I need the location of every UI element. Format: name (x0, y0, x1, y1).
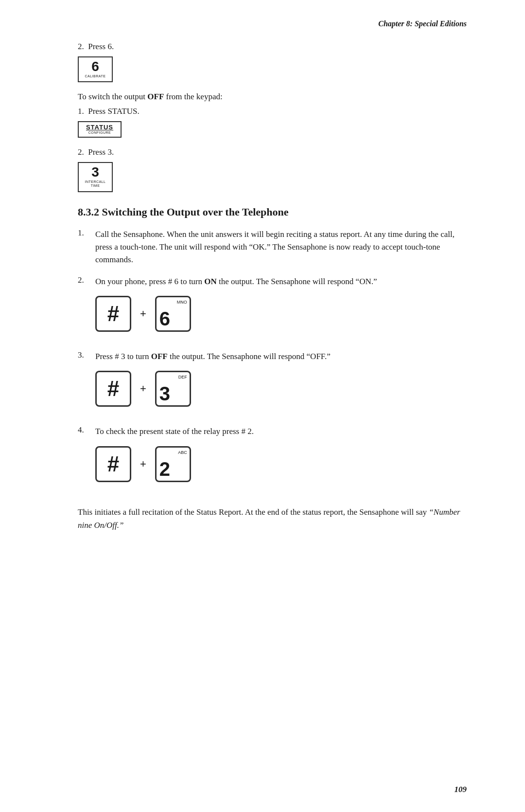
list-item-4: 4. To check the present state of the rel… (78, 425, 467, 491)
bottom-para-italic: “Number nine On/Off.” (78, 507, 460, 530)
list-item-2: 2. On your phone, press # 6 to turn ON t… (78, 275, 467, 342)
li-2-content: On your phone, press # 6 to turn ON the … (95, 275, 467, 342)
li-3-bold: OFF (151, 352, 168, 361)
key-status-button: STATUS CONFIGURE (78, 121, 122, 138)
key-3-button: 3 INTERCALL TIME (78, 162, 113, 192)
page-number: 109 (455, 785, 467, 794)
phone-key-row-3: # + DEF 3 (95, 371, 467, 407)
key-3-sublabel: INTERCALL TIME (82, 180, 109, 188)
main-steps-list: 1. Call the Sensaphone. When the unit an… (78, 228, 467, 492)
key-3-wrapper: 3 INTERCALL TIME (78, 162, 467, 192)
digit-2-sup: MNO (177, 299, 187, 306)
li-4-content: To check the present state of the relay … (95, 425, 467, 491)
digit-key-3: DEF 3 (155, 371, 191, 407)
li-2-post: the output. The Sensaphone will respond … (217, 277, 377, 286)
key-3-number: 3 (82, 165, 109, 180)
li-1-number: 1. (78, 228, 95, 238)
list-item-3: 3. Press # 3 to turn OFF the output. The… (78, 350, 467, 416)
digit-3-number: 3 (159, 384, 170, 403)
digit-2-number: 6 (159, 309, 170, 328)
switch-off-bold: OFF (147, 92, 164, 101)
chapter-header: Chapter 8: Special Editions (78, 19, 467, 28)
step-press-status-label: 1. Press STATUS. (78, 107, 467, 116)
plus-3: + (140, 380, 146, 397)
phone-key-row-4: # + ABC 2 (95, 446, 467, 482)
key-6-number: 6 (82, 59, 109, 74)
digit-3-sup: DEF (178, 374, 187, 381)
switch-off-text: To switch the output OFF from the keypad… (78, 92, 467, 102)
li-4-text: To check the present state of the relay … (95, 427, 254, 436)
section-heading: 8.3.2 Switching the Output over the Tele… (78, 206, 467, 218)
li-1-content: Call the Sensaphone. When the unit answe… (95, 228, 467, 267)
switch-off-pre: To switch the output (78, 92, 147, 101)
li-3-content: Press # 3 to turn OFF the output. The Se… (95, 350, 467, 416)
li-3-post: the output. The Sensaphone will respond … (168, 352, 331, 361)
digit-key-2: MNO 6 (155, 296, 191, 332)
list-item-1: 1. Call the Sensaphone. When the unit an… (78, 228, 467, 267)
digit-4-sup: ABC (178, 450, 187, 456)
plus-2: + (140, 306, 146, 322)
key-status-sublabel: CONFIGURE (82, 131, 118, 134)
key-6-wrapper: 6 CALIBRATE (78, 56, 467, 82)
li-3-number: 3. (78, 350, 95, 360)
li-2-pre: On your phone, press # 6 to turn (95, 277, 204, 286)
switch-off-rest: from the keypad: (164, 92, 222, 101)
li-3-pre: Press # 3 to turn (95, 352, 151, 361)
li-4-number: 4. (78, 425, 95, 435)
step-press-6-label: 2. Press 6. (78, 42, 467, 52)
plus-4: + (140, 456, 146, 472)
li-2-bold: ON (204, 277, 217, 286)
phone-key-row-2: # + MNO 6 (95, 296, 467, 332)
hash-key-4: # (95, 446, 131, 482)
key-6-button: 6 CALIBRATE (78, 56, 113, 82)
key-status-wrapper: STATUS CONFIGURE (78, 121, 467, 138)
digit-4-number: 2 (159, 459, 170, 479)
step-press-3-label: 2. Press 3. (78, 147, 467, 157)
bottom-paragraph: This initiates a full recitation of the … (78, 505, 467, 532)
key-status-text: STATUS (82, 124, 118, 131)
hash-key-2: # (95, 296, 131, 332)
digit-key-4: ABC 2 (155, 446, 191, 482)
li-2-number: 2. (78, 275, 95, 285)
hash-key-3: # (95, 371, 131, 407)
key-6-sublabel: CALIBRATE (82, 74, 109, 78)
